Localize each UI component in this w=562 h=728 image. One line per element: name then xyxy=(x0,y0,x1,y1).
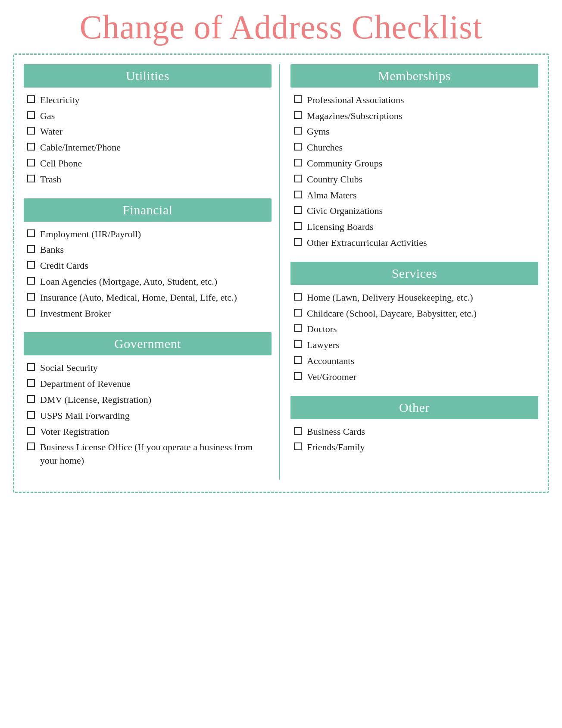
item-label: Department of Revenue xyxy=(40,377,272,391)
list-item[interactable]: Electricity xyxy=(27,94,272,107)
list-item[interactable]: Accountants xyxy=(294,355,538,368)
item-label: Lawyers xyxy=(307,339,538,352)
list-item[interactable]: Business License Office (If you operate … xyxy=(27,441,272,468)
list-item[interactable]: Loan Agencies (Mortgage, Auto, Student, … xyxy=(27,275,272,289)
checkbox-icon[interactable] xyxy=(27,293,35,301)
checkbox-icon[interactable] xyxy=(27,277,35,285)
list-item[interactable]: USPS Mail Forwarding xyxy=(27,409,272,423)
checkbox-icon[interactable] xyxy=(294,427,302,435)
checkbox-icon[interactable] xyxy=(27,245,35,253)
checkbox-icon[interactable] xyxy=(294,442,302,450)
checkbox-icon[interactable] xyxy=(294,309,302,317)
item-label: Cell Phone xyxy=(40,157,272,170)
checkbox-icon[interactable] xyxy=(27,427,35,435)
checkbox-icon[interactable] xyxy=(294,293,302,301)
list-item[interactable]: DMV (License, Registration) xyxy=(27,393,272,407)
checkbox-icon[interactable] xyxy=(294,175,302,182)
item-label: Gas xyxy=(40,110,272,123)
list-item[interactable]: Employment (HR/Payroll) xyxy=(27,228,272,241)
section-government: GovernmentSocial SecurityDepartment of R… xyxy=(24,332,272,468)
list-item[interactable]: Alma Maters xyxy=(294,189,538,202)
list-item[interactable]: Banks xyxy=(27,243,272,257)
checkbox-icon[interactable] xyxy=(294,206,302,214)
list-item[interactable]: Friends/Family xyxy=(294,441,538,454)
checkbox-icon[interactable] xyxy=(294,340,302,348)
checkbox-icon[interactable] xyxy=(294,143,302,151)
list-item[interactable]: Cell Phone xyxy=(27,157,272,170)
list-item[interactable]: Department of Revenue xyxy=(27,377,272,391)
checkbox-icon[interactable] xyxy=(27,395,35,403)
checklist-items-services: Home (Lawn, Delivery Housekeeping, etc.)… xyxy=(294,291,538,384)
list-item[interactable]: Country Clubs xyxy=(294,173,538,186)
list-item[interactable]: Voter Registration xyxy=(27,425,272,439)
item-label: DMV (License, Registration) xyxy=(40,393,272,407)
item-label: Investment Broker xyxy=(40,307,272,320)
list-item[interactable]: Social Security xyxy=(27,361,272,375)
checkbox-icon[interactable] xyxy=(294,222,302,230)
checkbox-icon[interactable] xyxy=(27,229,35,237)
list-item[interactable]: Water xyxy=(27,125,272,138)
item-label: Vet/Groomer xyxy=(307,370,538,384)
checkbox-icon[interactable] xyxy=(27,442,35,450)
checkbox-icon[interactable] xyxy=(27,159,35,166)
list-item[interactable]: Trash xyxy=(27,173,272,186)
checkbox-icon[interactable] xyxy=(294,372,302,380)
checkbox-icon[interactable] xyxy=(27,127,35,135)
list-item[interactable]: Churches xyxy=(294,141,538,154)
list-item[interactable]: Vet/Groomer xyxy=(294,370,538,384)
checkbox-icon[interactable] xyxy=(294,356,302,364)
col-right: MembershipsProfessional AssociationsMaga… xyxy=(280,64,538,480)
list-item[interactable]: Lawyers xyxy=(294,339,538,352)
list-item[interactable]: Investment Broker xyxy=(27,307,272,320)
checkbox-icon[interactable] xyxy=(294,159,302,166)
list-item[interactable]: Magazines/Subscriptions xyxy=(294,110,538,123)
checklist-items-memberships: Professional AssociationsMagazines/Subsc… xyxy=(294,94,538,250)
checkbox-icon[interactable] xyxy=(294,238,302,246)
checkbox-icon[interactable] xyxy=(27,309,35,317)
list-item[interactable]: Community Groups xyxy=(294,157,538,170)
item-label: Other Extracurricular Activities xyxy=(307,236,538,250)
checkbox-icon[interactable] xyxy=(27,411,35,419)
checkbox-icon[interactable] xyxy=(294,111,302,119)
list-item[interactable]: Credit Cards xyxy=(27,259,272,273)
checkbox-icon[interactable] xyxy=(27,111,35,119)
item-label: Magazines/Subscriptions xyxy=(307,110,538,123)
list-item[interactable]: Cable/Internet/Phone xyxy=(27,141,272,154)
section-header-memberships: Memberships xyxy=(290,64,538,88)
list-item[interactable]: Other Extracurricular Activities xyxy=(294,236,538,250)
list-item[interactable]: Childcare (School, Daycare, Babysitter, … xyxy=(294,307,538,320)
item-label: Business License Office (If you operate … xyxy=(40,441,272,468)
checkbox-icon[interactable] xyxy=(27,363,35,371)
item-label: Trash xyxy=(40,173,272,186)
checkbox-icon[interactable] xyxy=(294,324,302,332)
list-item[interactable]: Gas xyxy=(27,110,272,123)
list-item[interactable]: Business Cards xyxy=(294,425,538,439)
list-item[interactable]: Insurance (Auto, Medical, Home, Dental, … xyxy=(27,291,272,304)
item-label: Gyms xyxy=(307,125,538,138)
checkbox-icon[interactable] xyxy=(27,175,35,182)
section-services: ServicesHome (Lawn, Delivery Housekeepin… xyxy=(290,262,538,384)
item-label: Credit Cards xyxy=(40,259,272,273)
section-header-other: Other xyxy=(290,396,538,419)
item-label: Community Groups xyxy=(307,157,538,170)
item-label: Electricity xyxy=(40,94,272,107)
checkbox-icon[interactable] xyxy=(27,379,35,387)
item-label: USPS Mail Forwarding xyxy=(40,409,272,423)
checkbox-icon[interactable] xyxy=(27,143,35,151)
section-utilities: UtilitiesElectricityGasWaterCable/Intern… xyxy=(24,64,272,186)
list-item[interactable]: Professional Associations xyxy=(294,94,538,107)
checkbox-icon[interactable] xyxy=(27,261,35,269)
list-item[interactable]: Doctors xyxy=(294,323,538,336)
item-label: Friends/Family xyxy=(307,441,538,454)
item-label: Licensing Boards xyxy=(307,220,538,234)
checkbox-icon[interactable] xyxy=(27,95,35,103)
list-item[interactable]: Licensing Boards xyxy=(294,220,538,234)
list-item[interactable]: Gyms xyxy=(294,125,538,138)
checklist-items-financial: Employment (HR/Payroll)BanksCredit Cards… xyxy=(27,228,272,320)
checkbox-icon[interactable] xyxy=(294,127,302,135)
checkbox-icon[interactable] xyxy=(294,191,302,198)
section-financial: FinancialEmployment (HR/Payroll)BanksCre… xyxy=(24,198,272,320)
list-item[interactable]: Home (Lawn, Delivery Housekeeping, etc.) xyxy=(294,291,538,304)
checkbox-icon[interactable] xyxy=(294,95,302,103)
list-item[interactable]: Civic Organizations xyxy=(294,204,538,218)
